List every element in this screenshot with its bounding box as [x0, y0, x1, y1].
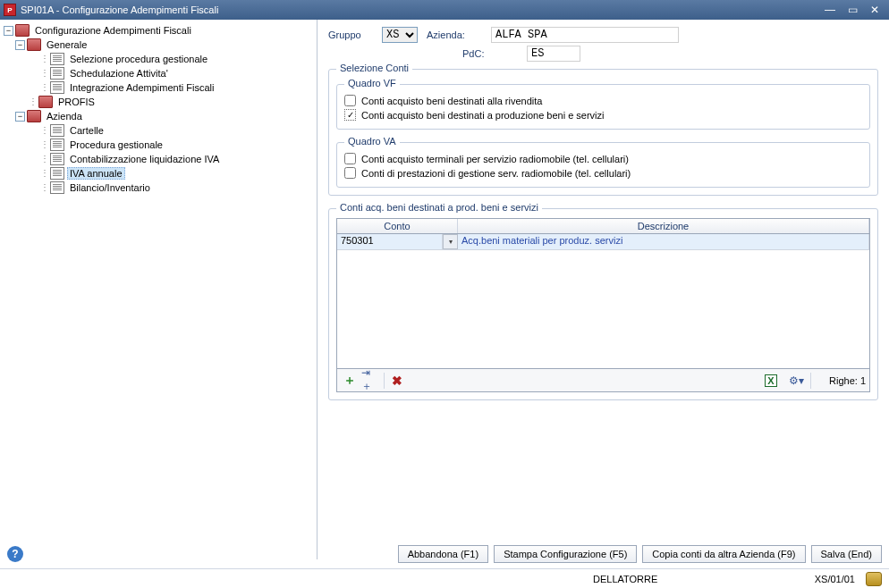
- add-row-button[interactable]: ＋: [341, 372, 359, 390]
- window-title: SPI01A - Configurazione Adempimenti Fisc…: [21, 4, 819, 15]
- abbandona-button[interactable]: Abbandona (F1): [398, 545, 489, 563]
- checkbox-label: Conti acquisto terminali per servizio ra…: [361, 154, 629, 164]
- tree-root[interactable]: − Configurazione Adempimenti Fiscali: [2, 23, 315, 38]
- insert-row-button[interactable]: ⇥＋: [360, 372, 378, 390]
- col-descrizione[interactable]: Descrizione: [458, 219, 869, 233]
- va-opt1-checkbox[interactable]: [344, 153, 356, 164]
- document-icon: [50, 167, 64, 180]
- azienda-input[interactable]: [491, 27, 679, 43]
- tree-item[interactable]: ⋮Procedura gestionale: [2, 138, 315, 152]
- quadro-vf-group: Quadro VF Conti acquisto beni destinati …: [336, 84, 870, 130]
- selezione-conti-group: Selezione Conti Quadro VF Conti acquisto…: [328, 69, 878, 196]
- document-icon: [50, 139, 64, 151]
- checkbox-label: Conti acquisto beni destinati alla riven…: [361, 96, 542, 106]
- collapse-icon[interactable]: −: [15, 112, 25, 122]
- checkbox-label: Conti acquisto beni destinati a produzio…: [361, 110, 605, 121]
- folder-icon: [38, 96, 53, 108]
- cell-descrizione: Acq.beni materiali per produz. servizi: [458, 234, 869, 249]
- database-icon[interactable]: [866, 572, 882, 586]
- document-icon: [50, 153, 64, 165]
- minimize-button[interactable]: —: [819, 3, 841, 17]
- tree-label: Azienda: [44, 111, 85, 122]
- separator: [384, 373, 385, 389]
- azienda-label: Azienda:: [427, 29, 491, 40]
- tree-label: Selezione procedura gestionale: [67, 54, 210, 64]
- grid-body: 750301 ▾ Acq.beni materiali per produz. …: [337, 234, 869, 368]
- conti-table-group: Conti acq. beni destinati a prod. beni e…: [328, 208, 878, 400]
- titlebar: P SPI01A - Configurazione Adempimenti Fi…: [0, 0, 889, 20]
- grid-toolbar: ＋ ⇥＋ ✖ X ⚙▾ Righe: 1: [337, 368, 869, 391]
- delete-row-button[interactable]: ✖: [388, 372, 406, 390]
- tree-label: Schedulazione Attivita': [67, 68, 171, 79]
- document-icon: [50, 81, 64, 94]
- folder-icon: [27, 110, 41, 122]
- vf-opt1-checkbox[interactable]: [344, 95, 356, 106]
- bottom-bar: ? Abbandona (F1) Stampa Configurazione (…: [0, 540, 889, 568]
- status-code: XS/01/01: [775, 574, 855, 584]
- tree-panel: − Configurazione Adempimenti Fiscali − G…: [0, 20, 318, 559]
- quadro-va-group: Quadro VA Conti acquisto terminali per s…: [336, 142, 870, 188]
- copia-button[interactable]: Copia conti da altra Azienda (F9): [642, 545, 805, 563]
- va-opt2-checkbox[interactable]: [344, 167, 356, 179]
- pdc-label: PdC:: [462, 48, 527, 59]
- excel-icon: X: [765, 374, 776, 387]
- col-conto[interactable]: Conto: [337, 219, 458, 233]
- tree-item[interactable]: ⋮Contabilizzazione liquidazione IVA: [2, 152, 315, 166]
- export-excel-button[interactable]: X: [762, 372, 780, 390]
- app-icon: P: [4, 4, 16, 16]
- folder-icon: [15, 24, 30, 37]
- tree-item[interactable]: ⋮Cartelle: [2, 123, 315, 138]
- collapse-icon[interactable]: −: [4, 26, 13, 36]
- vf-opt2-checkbox[interactable]: ✓: [344, 109, 356, 121]
- separator: [810, 373, 811, 389]
- close-button[interactable]: ✕: [864, 3, 885, 17]
- gruppo-select[interactable]: XS: [382, 27, 418, 43]
- document-icon: [50, 53, 64, 65]
- tree-root-label: Configurazione Adempimenti Fiscali: [32, 25, 194, 36]
- table-row[interactable]: 750301 ▾ Acq.beni materiali per produz. …: [337, 234, 869, 250]
- tree-label: Contabilizzazione liquidazione IVA: [67, 154, 222, 164]
- tree-profis[interactable]: ⋮PROFIS: [2, 95, 315, 109]
- tree-label: Cartelle: [67, 125, 106, 136]
- help-icon[interactable]: ?: [7, 546, 23, 562]
- salva-button[interactable]: Salva (End): [811, 545, 882, 563]
- tree-item[interactable]: ⋮Integrazione Adempimenti Fiscali: [2, 80, 315, 95]
- document-icon: [50, 181, 64, 194]
- group-legend: Quadro VA: [344, 136, 400, 147]
- grid-options-button[interactable]: ⚙▾: [787, 372, 805, 390]
- tree-item[interactable]: ⋮Bilancio/Inventario: [2, 181, 315, 195]
- dropdown-icon[interactable]: ▾: [443, 234, 458, 249]
- tree-label: Procedura gestionale: [67, 139, 165, 150]
- pdc-input[interactable]: [527, 46, 580, 62]
- tree-generale[interactable]: − Generale: [2, 38, 315, 52]
- cell-conto[interactable]: 750301: [337, 234, 443, 249]
- tree-azienda[interactable]: − Azienda: [2, 109, 315, 123]
- stampa-button[interactable]: Stampa Configurazione (F5): [494, 545, 637, 563]
- tree-item[interactable]: ⋮Schedulazione Attivita': [2, 66, 315, 80]
- status-user: DELLATORRE: [325, 574, 775, 584]
- tree-label: Integrazione Adempimenti Fiscali: [67, 82, 216, 93]
- row-count-label: Righe: 1: [829, 375, 866, 386]
- tree-label: PROFIS: [55, 97, 97, 107]
- tree-label: IVA annuale: [67, 167, 125, 180]
- statusbar: DELLATORRE XS/01/01: [0, 568, 889, 588]
- tree-label: Bilancio/Inventario: [67, 182, 153, 193]
- folder-icon: [27, 38, 41, 51]
- grid-header: Conto Descrizione: [337, 219, 869, 234]
- tree-item[interactable]: ⋮Selezione procedura gestionale: [2, 52, 315, 66]
- conti-grid: Conto Descrizione 750301 ▾ Acq.beni mate…: [336, 218, 870, 392]
- content-panel: Gruppo XS Azienda: PdC: Selezione Conti …: [318, 20, 889, 559]
- gruppo-label: Gruppo: [328, 29, 382, 40]
- collapse-icon[interactable]: −: [15, 40, 25, 50]
- document-icon: [50, 67, 64, 80]
- group-legend: Conti acq. beni destinati a prod. beni e…: [336, 202, 542, 213]
- tree-label: Generale: [44, 39, 89, 50]
- checkbox-label: Conti di prestazioni di gestione serv. r…: [361, 168, 631, 179]
- document-icon: [50, 124, 64, 137]
- maximize-button[interactable]: ▭: [842, 3, 863, 17]
- group-legend: Quadro VF: [344, 78, 400, 88]
- group-legend: Selezione Conti: [336, 63, 412, 73]
- tree-item-iva-annuale[interactable]: ⋮IVA annuale: [2, 166, 315, 181]
